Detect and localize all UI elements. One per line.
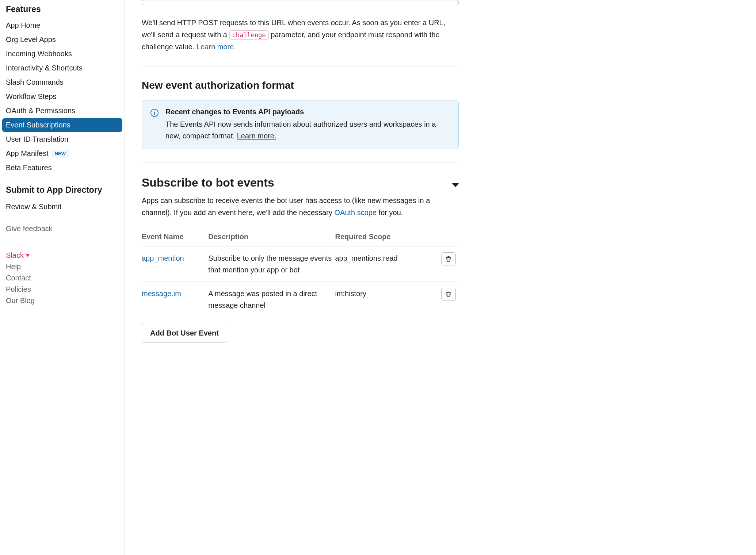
sidebar-item-incoming-webhooks[interactable]: Incoming Webhooks bbox=[2, 47, 122, 61]
info-learn-more-link[interactable]: Learn more. bbox=[237, 132, 276, 140]
add-bot-user-event-button[interactable]: Add Bot User Event bbox=[142, 324, 227, 342]
request-url-description: We'll send HTTP POST requests to this UR… bbox=[142, 17, 459, 53]
sidebar-item-org-level-apps[interactable]: Org Level Apps bbox=[2, 33, 122, 46]
trash-icon bbox=[445, 255, 452, 263]
sidebar-item-slash-commands[interactable]: Slash Commands bbox=[2, 76, 122, 89]
auth-format-title: New event authorization format bbox=[142, 80, 459, 91]
learn-more-link[interactable]: Learn more. bbox=[196, 43, 236, 51]
divider bbox=[142, 162, 459, 163]
divider bbox=[142, 363, 459, 363]
sidebar: Features App Home Org Level Apps Incomin… bbox=[0, 0, 125, 555]
header-event-name: Event Name bbox=[142, 229, 208, 246]
sidebar-item-review-submit[interactable]: Review & Submit bbox=[2, 200, 122, 214]
sidebar-item-oauth-permissions[interactable]: OAuth & Permissions bbox=[2, 104, 122, 118]
info-box: Recent changes to Events API payloads Th… bbox=[142, 100, 459, 149]
oauth-scope-link[interactable]: OAuth scope bbox=[334, 208, 377, 217]
request-url-box bbox=[142, 0, 459, 5]
sidebar-item-interactivity-shortcuts[interactable]: Interactivity & Shortcuts bbox=[2, 61, 122, 75]
event-description: Subscribe to only the message events tha… bbox=[208, 246, 335, 282]
bot-events-description: Apps can subscribe to receive events the… bbox=[142, 195, 459, 219]
header-required-scope: Required Scope bbox=[335, 229, 433, 246]
table-row: app_mention Subscribe to only the messag… bbox=[142, 246, 459, 282]
svg-point-2 bbox=[154, 111, 155, 111]
info-body: The Events API now sends information abo… bbox=[165, 118, 450, 142]
header-description: Description bbox=[208, 229, 335, 246]
policies-link[interactable]: Policies bbox=[6, 284, 119, 295]
contact-link[interactable]: Contact bbox=[6, 272, 119, 284]
delete-event-button[interactable] bbox=[441, 252, 456, 265]
submit-heading: Submit to App Directory bbox=[6, 180, 119, 199]
caret-down-icon[interactable] bbox=[452, 183, 459, 187]
slack-heart-link[interactable]: Slack ♥ bbox=[6, 250, 119, 261]
event-scope: im:history bbox=[335, 282, 433, 317]
event-description: A message was posted in a direct message… bbox=[208, 282, 335, 317]
bot-events-title: Subscribe to bot events bbox=[142, 176, 274, 190]
challenge-code: challenge bbox=[229, 30, 269, 40]
event-scope: app_mentions:read bbox=[335, 246, 433, 282]
our-blog-link[interactable]: Our Blog bbox=[6, 295, 119, 306]
info-icon bbox=[150, 108, 159, 117]
bot-events-table: Event Name Description Required Scope ap… bbox=[142, 229, 459, 317]
divider bbox=[142, 66, 459, 66]
give-feedback-link[interactable]: Give feedback bbox=[6, 223, 119, 234]
main-content: We'll send HTTP POST requests to this UR… bbox=[125, 0, 476, 555]
table-row: message.im A message was posted in a dir… bbox=[142, 282, 459, 317]
help-link[interactable]: Help bbox=[6, 261, 119, 272]
sidebar-item-app-home[interactable]: App Home bbox=[2, 19, 122, 32]
sidebar-item-event-subscriptions[interactable]: Event Subscriptions bbox=[2, 118, 122, 132]
sidebar-item-workflow-steps[interactable]: Workflow Steps bbox=[2, 90, 122, 103]
new-badge: NEW bbox=[51, 150, 69, 157]
sidebar-item-app-manifest[interactable]: App Manifest NEW bbox=[2, 147, 122, 160]
event-name-link[interactable]: app_mention bbox=[142, 254, 184, 262]
delete-event-button[interactable] bbox=[441, 288, 456, 301]
features-heading: Features bbox=[6, 0, 119, 18]
heart-icon: ♥ bbox=[26, 252, 30, 259]
sidebar-item-user-id-translation[interactable]: User ID Translation bbox=[2, 133, 122, 146]
sidebar-item-beta-features[interactable]: Beta Features bbox=[2, 161, 122, 175]
event-name-link[interactable]: message.im bbox=[142, 290, 181, 298]
trash-icon bbox=[445, 291, 452, 298]
info-title: Recent changes to Events API payloads bbox=[165, 108, 450, 116]
